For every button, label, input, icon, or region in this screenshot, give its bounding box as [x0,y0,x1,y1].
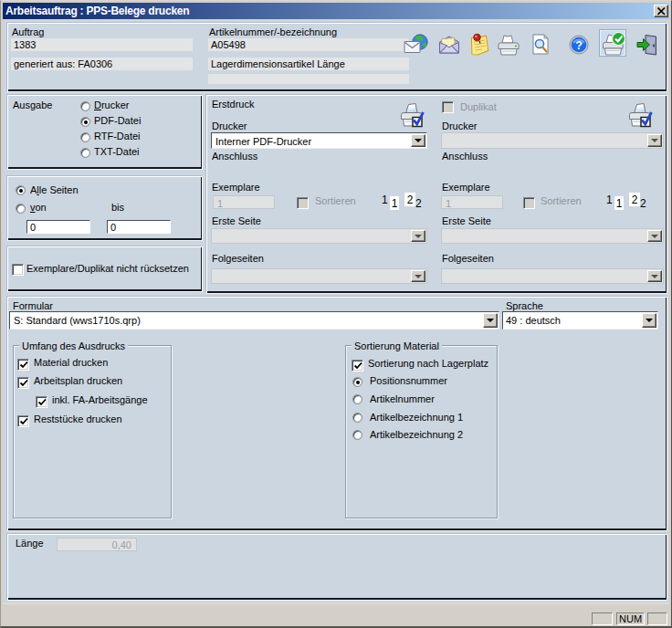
svg-text:?: ? [575,39,583,52]
